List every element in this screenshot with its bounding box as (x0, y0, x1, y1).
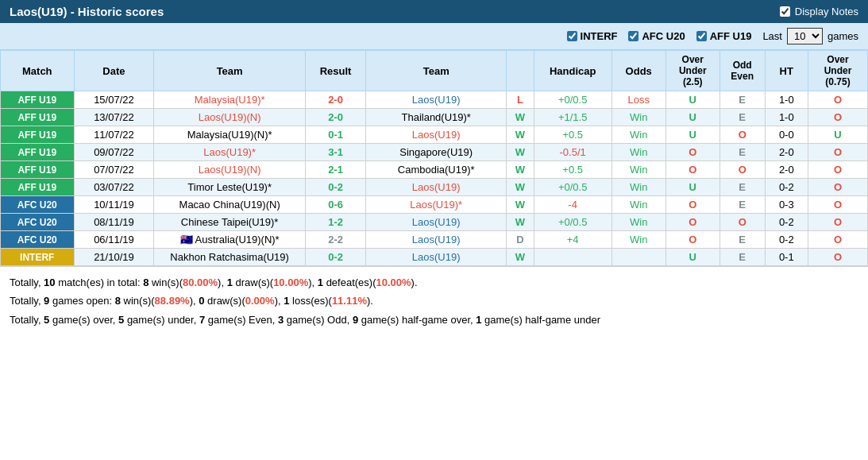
cell-team2: Laos(U19) (366, 231, 507, 249)
filter-afc-u20-checkbox[interactable] (628, 31, 638, 41)
cell-wl: W (507, 161, 534, 179)
cell-handicap: +0/0.5 (534, 179, 611, 196)
header-handicap: Handicap (534, 51, 611, 91)
cell-team2: Laos(U19) (366, 179, 507, 196)
cell-result: 2-1 (305, 161, 365, 179)
header-ou25: Over Under (2.5) (665, 51, 719, 91)
cell-match-type: AFC U20 (1, 231, 75, 249)
cell-odd-even: E (719, 91, 765, 109)
cell-handicap: +0/0.5 (534, 214, 611, 231)
header-ou075: Over Under (0.75) (808, 51, 868, 91)
cell-ou25: O (665, 231, 719, 249)
table-row: AFF U19 03/07/22 Timor Leste(U19)* 0-2 L… (1, 179, 868, 196)
last-games-select[interactable]: 10 5 15 20 25 30 (787, 28, 823, 44)
display-notes-checkbox[interactable] (780, 6, 790, 17)
cell-date: 21/10/19 (74, 249, 154, 266)
cell-date: 03/07/22 (74, 179, 154, 196)
cell-ht: 2-0 (765, 161, 808, 179)
cell-match-type: AFF U19 (1, 126, 75, 144)
cell-match-type: AFF U19 (1, 144, 75, 161)
cell-match-type: AFF U19 (1, 109, 75, 126)
cell-match-type: AFF U19 (1, 179, 75, 196)
cell-ht: 0-2 (765, 214, 808, 231)
cell-team2: Thailand(U19)* (366, 109, 507, 126)
cell-team1: Laos(U19)(N) (154, 161, 306, 179)
cell-odds: Win (611, 196, 665, 214)
table-row: AFF U19 15/07/22 Malaysia(U19)* 2-0 Laos… (1, 91, 868, 109)
filter-aff-u19[interactable]: AFF U19 (696, 30, 752, 42)
header-bar: Laos(U19) - Historic scores Display Note… (0, 0, 868, 23)
cell-odd-even: E (719, 179, 765, 196)
cell-result: 1-2 (305, 214, 365, 231)
page-title: Laos(U19) - Historic scores (10, 5, 164, 18)
cell-match-type: INTERF (1, 249, 75, 266)
header-team1: Team (154, 51, 306, 91)
cell-ou075: O (808, 144, 868, 161)
cell-team1: Macao China(U19)(N) (154, 196, 306, 214)
table-row: AFC U20 06/11/19 🇦🇺 Australia(U19)(N)* 2… (1, 231, 868, 249)
cell-odds: Win (611, 179, 665, 196)
filter-interf-checkbox[interactable] (567, 31, 577, 41)
cell-ht: 0-3 (765, 196, 808, 214)
cell-ou075: O (808, 249, 868, 266)
cell-date: 07/07/22 (74, 161, 154, 179)
cell-odd-even: E (719, 144, 765, 161)
cell-result: 3-1 (305, 144, 365, 161)
cell-odds: Loss (611, 91, 665, 109)
filter-interf[interactable]: INTERF (567, 30, 618, 42)
cell-handicap: +1/1.5 (534, 109, 611, 126)
cell-team2: Laos(U19) (366, 91, 507, 109)
cell-team2: Laos(U19)* (366, 196, 507, 214)
table-row: AFF U19 07/07/22 Laos(U19)(N) 2-1 Cambod… (1, 161, 868, 179)
display-notes-toggle[interactable]: Display Notes (780, 6, 858, 17)
cell-handicap: +4 (534, 231, 611, 249)
cell-team1: Nakhon Ratchasima(U19) (154, 249, 306, 266)
cell-ou075: O (808, 109, 868, 126)
cell-ou075: O (808, 91, 868, 109)
cell-ou25: O (665, 214, 719, 231)
cell-wl: L (507, 91, 534, 109)
cell-match-type: AFF U19 (1, 91, 75, 109)
filter-aff-u19-checkbox[interactable] (696, 31, 707, 41)
cell-ou075: O (808, 214, 868, 231)
cell-odd-even: E (719, 109, 765, 126)
cell-date: 11/07/22 (74, 126, 154, 144)
cell-date: 10/11/19 (74, 196, 154, 214)
cell-ou25: U (665, 249, 719, 266)
cell-odd-even: E (719, 231, 765, 249)
cell-ou075: O (808, 179, 868, 196)
cell-result: 0-2 (305, 179, 365, 196)
cell-ht: 0-2 (765, 231, 808, 249)
cell-ht: 1-0 (765, 91, 808, 109)
cell-ou25: O (665, 144, 719, 161)
cell-team2: Laos(U19) (366, 126, 507, 144)
cell-ou25: U (665, 91, 719, 109)
cell-odds: Win (611, 126, 665, 144)
cell-ht: 0-0 (765, 126, 808, 144)
summary-line1: Totally, 10 match(es) in total: 8 win(s)… (10, 273, 858, 292)
cell-odds: Win (611, 231, 665, 249)
cell-ou25: U (665, 179, 719, 196)
cell-ht: 0-2 (765, 179, 808, 196)
cell-team1: Timor Leste(U19)* (154, 179, 306, 196)
table-row: AFF U19 11/07/22 Malaysia(U19)(N)* 0-1 L… (1, 126, 868, 144)
cell-team1: Malaysia(U19)(N)* (154, 126, 306, 144)
filter-bar: INTERF AFC U20 AFF U19 Last 10 5 15 20 2… (0, 23, 868, 50)
header-wl (507, 51, 534, 91)
cell-wl: D (507, 231, 534, 249)
filter-afc-u20[interactable]: AFC U20 (628, 30, 685, 42)
last-games-selector[interactable]: Last 10 5 15 20 25 30 games (762, 28, 858, 44)
cell-result: 2-2 (305, 231, 365, 249)
cell-wl: W (507, 144, 534, 161)
cell-ou075: U (808, 126, 868, 144)
summary-line3: Totally, 5 game(s) over, 5 game(s) under… (10, 311, 858, 329)
cell-result: 0-1 (305, 126, 365, 144)
cell-ht: 1-0 (765, 109, 808, 126)
results-table: Match Date Team Result Team Handicap Odd… (0, 50, 868, 266)
cell-result: 0-6 (305, 196, 365, 214)
cell-handicap: +0.5 (534, 161, 611, 179)
cell-ou25: O (665, 196, 719, 214)
cell-odd-even: O (719, 161, 765, 179)
cell-date: 13/07/22 (74, 109, 154, 126)
cell-result: 0-2 (305, 249, 365, 266)
